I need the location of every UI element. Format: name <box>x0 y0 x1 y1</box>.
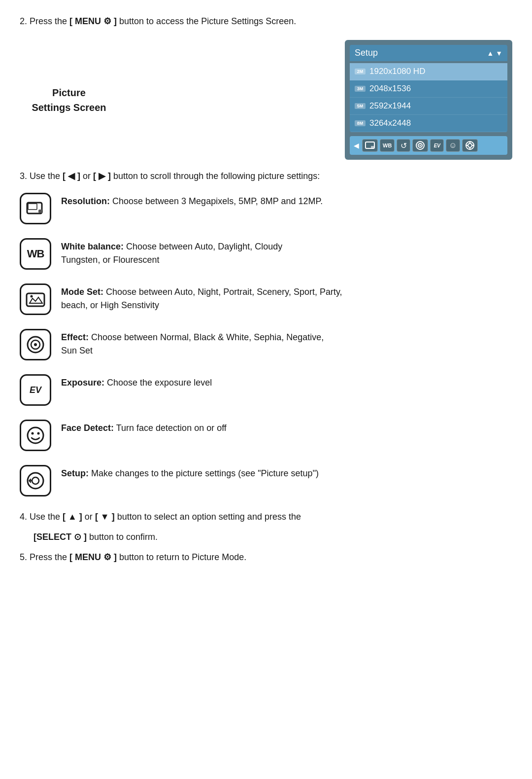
bottom-icon-resolution <box>362 139 378 152</box>
svg-point-20 <box>32 432 34 435</box>
setup-text: Setup: Make changes to the picture setti… <box>61 465 319 480</box>
step-2: 2. Press the [ MENU ⚙ ] button to access… <box>20 15 512 28</box>
setting-item-wb: WB White balance: Choose between Auto, D… <box>20 238 512 270</box>
step-4b: [SELECT ⊙ ] button to confirm. <box>33 531 512 544</box>
exposure-icon: EV <box>20 374 51 406</box>
svg-rect-1 <box>371 146 374 148</box>
left-arrow-icon: ◀ <box>354 142 359 149</box>
svg-point-23 <box>32 477 39 484</box>
wb-text: White balance: Choose between Auto, Dayl… <box>61 238 282 267</box>
resolution-text: Resolution: Choose between 3 Megapixels,… <box>61 193 323 208</box>
svg-rect-12 <box>38 210 43 213</box>
nav-arrows: ▲ ▼ <box>487 49 502 57</box>
menu-item-3: 8M 3264x2448 <box>350 115 507 132</box>
camera-ui-mockup: Setup ▲ ▼ 2M 1920x1080 HD 3M 2048x1536 5… <box>345 40 512 160</box>
bottom-icon-setup <box>462 139 478 152</box>
bottom-icon-ev: EV <box>430 139 444 152</box>
svg-point-6 <box>468 143 472 147</box>
menu-item-0: 2M 1920x1080 HD <box>350 63 507 80</box>
bottom-icon-mode: ↺ <box>397 139 410 152</box>
camera-bottom-bar: ◀ WB ↺ EV ☺ <box>350 136 507 155</box>
bottom-icon-wb: WB <box>380 139 395 152</box>
step-4: 4. Use the [ ▲ ] or [ ▼ ] button to sele… <box>20 510 512 524</box>
step-5: 5. Press the [ MENU ⚙ ] button to return… <box>20 551 512 564</box>
picture-settings-label: Picture Settings Screen <box>20 85 118 115</box>
setting-item-setup: Setup: Make changes to the picture setti… <box>20 465 512 496</box>
svg-point-15 <box>31 295 33 298</box>
svg-point-18 <box>34 343 37 346</box>
bottom-icon-face: ☺ <box>446 139 460 152</box>
picture-settings-section: Picture Settings Screen Setup ▲ ▼ 2M 192… <box>20 40 512 160</box>
mode-icon <box>20 283 51 315</box>
wb-icon: WB <box>20 238 51 270</box>
steps-4-5: 4. Use the [ ▲ ] or [ ▼ ] button to sele… <box>20 510 512 564</box>
camera-menu-list: 2M 1920x1080 HD 3M 2048x1536 5M 2592x194… <box>350 63 507 132</box>
setting-item-resolution: Resolution: Choose between 3 Megapixels,… <box>20 193 512 224</box>
svg-rect-13 <box>28 204 37 210</box>
svg-point-19 <box>28 427 43 443</box>
bottom-icon-effect <box>412 139 428 152</box>
svg-rect-14 <box>27 293 44 306</box>
mode-text: Mode Set: Choose between Auto, Night, Po… <box>61 283 342 312</box>
exposure-text: Exposure: Choose the exposure level <box>61 374 212 390</box>
menu-item-1: 3M 2048x1536 <box>350 80 507 98</box>
svg-point-4 <box>420 145 421 146</box>
step-3: 3. Use the [ ◀ ] or [ ▶ ] button to scro… <box>20 170 512 183</box>
setting-item-exposure: EV Exposure: Choose the exposure level <box>20 374 512 406</box>
svg-point-21 <box>37 432 40 435</box>
effect-text: Effect: Choose between Normal, Black & W… <box>61 329 324 357</box>
setup-icon <box>20 465 51 496</box>
setting-item-face: Face Detect: Turn face detection on or o… <box>20 420 512 451</box>
menu-key: [ MENU ⚙ ] <box>69 16 117 26</box>
camera-ui-header: Setup ▲ ▼ <box>350 45 507 61</box>
face-icon <box>20 420 51 451</box>
effect-icon <box>20 329 51 360</box>
setting-item-effect: Effect: Choose between Normal, Black & W… <box>20 329 512 360</box>
face-text: Face Detect: Turn face detection on or o… <box>61 420 227 435</box>
settings-list: Resolution: Choose between 3 Megapixels,… <box>20 193 512 496</box>
menu-item-2: 5M 2592x1944 <box>350 98 507 115</box>
resolution-icon <box>20 193 51 224</box>
setting-item-mode: Mode Set: Choose between Auto, Night, Po… <box>20 283 512 315</box>
setup-label: Setup <box>355 48 378 58</box>
